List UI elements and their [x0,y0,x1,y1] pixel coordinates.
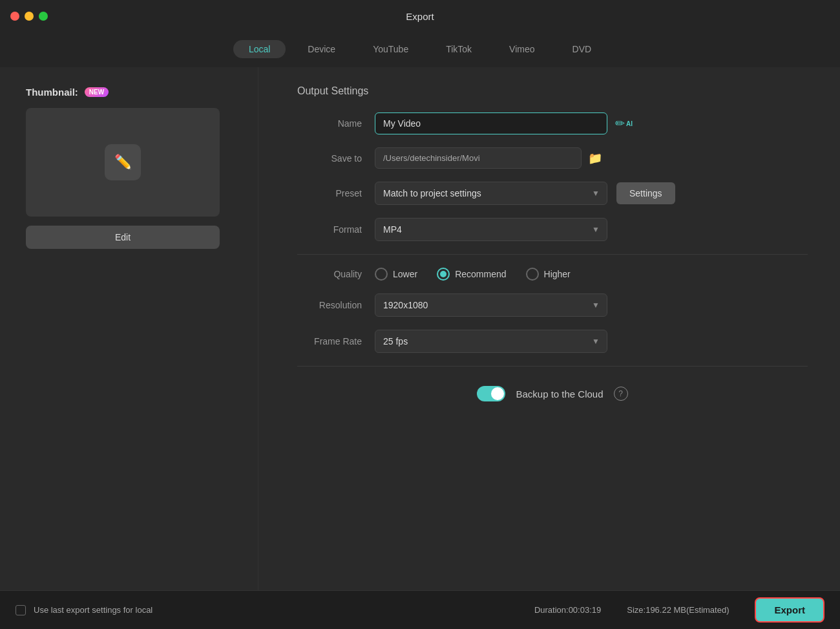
tab-tiktok[interactable]: TikTok [430,40,487,58]
thumbnail-heading: Thumbnail: NEW [26,87,232,98]
close-button[interactable] [10,12,19,21]
backup-row: Backup to the Cloud ? [297,386,808,401]
toggle-knob [491,387,504,400]
thumbnail-text: Thumbnail: [26,87,78,98]
footer-left: Use last export settings for local [16,605,152,615]
higher-label: Higher [544,269,571,279]
quality-label: Quality [297,269,362,279]
preset-select[interactable]: Match to project settings [375,182,607,205]
tab-device[interactable]: Device [292,40,351,58]
framerate-label: Frame Rate [297,336,362,346]
tab-dvd[interactable]: DVD [557,40,607,58]
format-row: Format MP4 ▼ [297,218,808,241]
preset-select-wrapper: Match to project settings ▼ [375,182,607,205]
main-content: Thumbnail: NEW ✏️ Edit Output Settings N… [0,67,840,590]
divider-2 [297,366,808,367]
tab-local[interactable]: Local [233,40,286,58]
duration-label: Duration:00:03:19 [534,605,601,615]
thumbnail-preview: ✏️ [26,108,220,217]
quality-higher[interactable]: Higher [526,268,571,281]
name-row: Name ✏ AI [297,112,808,134]
folder-button[interactable]: 📁 [588,151,602,165]
lower-label: Lower [393,269,417,279]
minimize-button[interactable] [25,12,34,21]
help-icon[interactable]: ? [614,387,628,401]
recommend-label: Recommend [455,269,506,279]
left-panel: Thumbnail: NEW ✏️ Edit [0,67,258,590]
framerate-select[interactable]: 25 fps [375,330,607,353]
window-controls [10,12,48,21]
quality-lower[interactable]: Lower [375,268,417,281]
pencil-ai-icon: ✏ [615,116,625,131]
higher-radio-circle [526,268,539,281]
size-label: Size:196.22 MB(Estimated) [627,605,729,615]
settings-button[interactable]: Settings [616,182,675,204]
resolution-select[interactable]: 1920x1080 [375,293,607,317]
quality-radio-group: Lower Recommend Higher [375,268,571,281]
last-settings-label: Use last export settings for local [34,605,152,615]
lower-radio-circle [375,268,388,281]
save-to-label: Save to [297,153,362,164]
footer: Use last export settings for local Durat… [0,590,840,629]
save-to-row: Save to /Users/detechinsider/Movi 📁 [297,147,808,169]
output-settings-title: Output Settings [297,85,808,97]
name-input[interactable] [375,112,607,134]
export-button[interactable]: Export [755,597,824,623]
window-title: Export [406,11,434,22]
right-panel: Output Settings Name ✏ AI Save to /Users… [258,67,840,590]
tab-youtube[interactable]: YouTube [357,40,424,58]
ai-button[interactable]: ✏ AI [615,116,633,131]
new-badge: NEW [85,87,109,97]
resolution-row: Resolution 1920x1080 ▼ [297,293,808,317]
resolution-select-wrapper: 1920x1080 ▼ [375,293,607,317]
preset-label: Preset [297,188,362,198]
maximize-button[interactable] [39,12,48,21]
quality-row: Quality Lower Recommend Higher [297,268,808,281]
title-bar: Export [0,0,840,32]
ai-label: AI [626,120,633,127]
format-label: Format [297,224,362,235]
name-label: Name [297,118,362,129]
framerate-select-wrapper: 25 fps ▼ [375,330,607,353]
pencil-icon: ✏️ [105,144,141,180]
quality-recommend[interactable]: Recommend [437,268,506,281]
backup-label: Backup to the Cloud [516,389,603,400]
framerate-row: Frame Rate 25 fps ▼ [297,330,808,353]
format-select-wrapper: MP4 ▼ [375,218,607,241]
recommend-radio-circle [437,268,450,281]
divider-1 [297,254,808,255]
last-settings-checkbox[interactable] [16,605,26,615]
preset-row: Preset Match to project settings ▼ Setti… [297,182,808,205]
tab-vimeo[interactable]: Vimeo [494,40,550,58]
resolution-label: Resolution [297,300,362,310]
save-path-display: /Users/detechinsider/Movi [375,147,582,169]
tab-bar: Local Device YouTube TikTok Vimeo DVD [0,32,840,67]
format-select[interactable]: MP4 [375,218,607,241]
edit-button[interactable]: Edit [26,226,220,249]
backup-toggle[interactable] [477,386,505,401]
footer-right: Duration:00:03:19 Size:196.22 MB(Estimat… [534,597,824,623]
